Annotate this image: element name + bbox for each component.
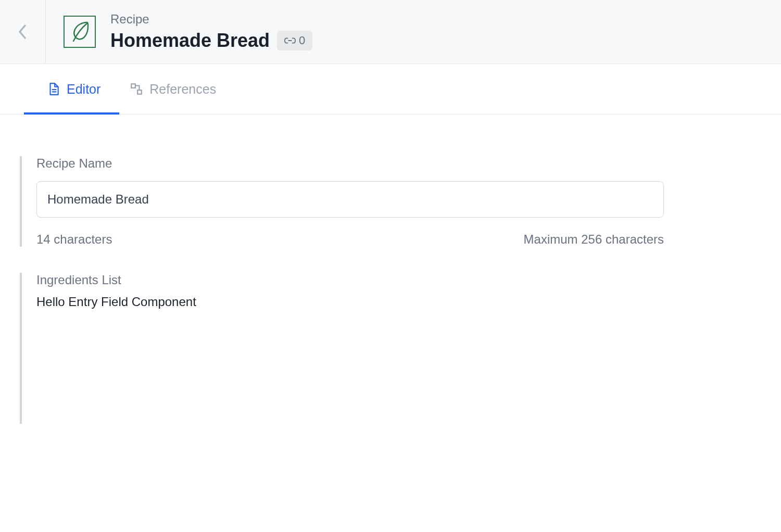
references-badge[interactable]: 0 [277,31,312,50]
field-recipe-name: Recipe Name 14 characters Maximum 256 ch… [20,156,761,247]
max-chars: Maximum 256 characters [524,232,664,247]
header-content: Recipe Homemade Bread 0 [46,12,312,52]
back-button[interactable] [0,0,46,64]
recipe-name-meta: 14 characters Maximum 256 characters [36,232,664,247]
title-row: Homemade Bread 0 [110,30,312,52]
chevron-left-icon [18,23,28,40]
link-icon [284,37,296,44]
link-count: 0 [299,34,305,47]
content-type-label: Recipe [110,12,312,27]
tab-editor-label: Editor [67,82,100,97]
char-count: 14 characters [36,232,112,247]
tab-editor[interactable]: Editor [43,64,105,114]
header-text: Recipe Homemade Bread 0 [110,12,312,52]
references-icon [130,82,143,96]
entry-title: Homemade Bread [110,30,270,52]
tab-references[interactable]: References [125,64,220,114]
field-ingredients-list: Ingredients List Hello Entry Field Compo… [20,273,761,424]
content-type-leaf-icon [64,16,96,48]
recipe-name-label: Recipe Name [36,156,761,171]
tabs-bar: Editor References [0,64,781,115]
editor-main: Recipe Name 14 characters Maximum 256 ch… [0,115,781,445]
svg-rect-3 [137,90,142,94]
document-icon [47,82,60,96]
tab-references-label: References [149,82,216,97]
ingredients-label: Ingredients List [36,273,761,287]
ingredients-content: Hello Entry Field Component [36,295,761,309]
recipe-name-input[interactable] [36,181,664,218]
page-header: Recipe Homemade Bread 0 [0,0,781,64]
svg-rect-2 [132,84,136,88]
